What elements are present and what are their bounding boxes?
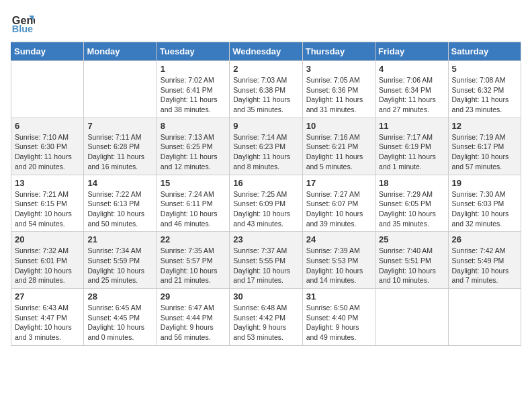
day-number: 24 <box>306 234 371 244</box>
calendar-cell: 12Sunrise: 7:19 AM Sunset: 6:17 PM Dayli… <box>448 118 521 175</box>
day-info: Sunrise: 7:16 AM Sunset: 6:21 PM Dayligh… <box>306 132 371 172</box>
day-number: 22 <box>161 234 226 244</box>
day-info: Sunrise: 7:27 AM Sunset: 6:07 PM Dayligh… <box>306 189 371 229</box>
day-header-saturday: Saturday <box>448 42 521 61</box>
calendar-cell: 23Sunrise: 7:37 AM Sunset: 5:55 PM Dayli… <box>230 232 302 289</box>
day-number: 19 <box>452 178 517 188</box>
day-info: Sunrise: 7:30 AM Sunset: 6:03 PM Dayligh… <box>452 189 517 229</box>
week-row-5: 27Sunrise: 6:43 AM Sunset: 4:47 PM Dayli… <box>11 289 521 346</box>
day-number: 14 <box>87 178 152 188</box>
calendar-cell: 26Sunrise: 7:42 AM Sunset: 5:49 PM Dayli… <box>448 232 521 289</box>
day-info: Sunrise: 7:24 AM Sunset: 6:11 PM Dayligh… <box>161 189 226 229</box>
day-number: 15 <box>161 178 226 188</box>
calendar-cell: 24Sunrise: 7:39 AM Sunset: 5:53 PM Dayli… <box>302 232 375 289</box>
day-info: Sunrise: 7:29 AM Sunset: 6:05 PM Dayligh… <box>379 189 444 229</box>
calendar-cell: 19Sunrise: 7:30 AM Sunset: 6:03 PM Dayli… <box>448 175 521 232</box>
day-info: Sunrise: 6:43 AM Sunset: 4:47 PM Dayligh… <box>15 303 80 342</box>
day-number: 9 <box>233 121 298 131</box>
day-number: 26 <box>452 234 517 244</box>
calendar-cell: 31Sunrise: 6:50 AM Sunset: 4:40 PM Dayli… <box>302 289 375 346</box>
day-number: 4 <box>379 64 444 74</box>
calendar-cell <box>375 289 448 346</box>
day-header-monday: Monday <box>84 42 157 61</box>
day-info: Sunrise: 7:03 AM Sunset: 6:38 PM Dayligh… <box>233 75 298 115</box>
day-header-wednesday: Wednesday <box>230 42 302 61</box>
calendar-cell: 2Sunrise: 7:03 AM Sunset: 6:38 PM Daylig… <box>230 61 302 118</box>
day-number: 8 <box>161 121 226 131</box>
day-info: Sunrise: 6:50 AM Sunset: 4:40 PM Dayligh… <box>306 303 371 342</box>
day-number: 16 <box>233 178 298 188</box>
calendar-cell: 4Sunrise: 7:06 AM Sunset: 6:34 PM Daylig… <box>375 61 448 118</box>
day-header-tuesday: Tuesday <box>157 42 229 61</box>
day-number: 27 <box>15 291 80 302</box>
svg-text:Blue: Blue <box>12 24 33 34</box>
day-number: 20 <box>15 234 80 244</box>
calendar-cell: 13Sunrise: 7:21 AM Sunset: 6:15 PM Dayli… <box>11 175 84 232</box>
calendar-cell: 15Sunrise: 7:24 AM Sunset: 6:11 PM Dayli… <box>157 175 229 232</box>
week-row-2: 6Sunrise: 7:10 AM Sunset: 6:30 PM Daylig… <box>11 118 521 175</box>
calendar-cell: 14Sunrise: 7:22 AM Sunset: 6:13 PM Dayli… <box>84 175 157 232</box>
day-info: Sunrise: 7:21 AM Sunset: 6:15 PM Dayligh… <box>15 189 80 229</box>
day-info: Sunrise: 7:34 AM Sunset: 5:59 PM Dayligh… <box>87 246 152 285</box>
day-info: Sunrise: 7:22 AM Sunset: 6:13 PM Dayligh… <box>87 189 152 229</box>
calendar-cell: 5Sunrise: 7:08 AM Sunset: 6:32 PM Daylig… <box>448 61 521 118</box>
calendar-cell: 28Sunrise: 6:45 AM Sunset: 4:45 PM Dayli… <box>84 289 157 346</box>
calendar-cell: 22Sunrise: 7:35 AM Sunset: 5:57 PM Dayli… <box>157 232 229 289</box>
day-number: 23 <box>233 234 298 244</box>
day-info: Sunrise: 7:11 AM Sunset: 6:28 PM Dayligh… <box>87 132 152 172</box>
day-number: 12 <box>452 121 517 131</box>
calendar-cell <box>448 289 521 346</box>
calendar-cell: 20Sunrise: 7:32 AM Sunset: 6:01 PM Dayli… <box>11 232 84 289</box>
day-number: 21 <box>87 234 152 244</box>
calendar-header-row: SundayMondayTuesdayWednesdayThursdayFrid… <box>11 42 521 61</box>
day-number: 2 <box>233 64 298 74</box>
day-number: 18 <box>379 178 444 188</box>
day-info: Sunrise: 7:05 AM Sunset: 6:36 PM Dayligh… <box>306 75 371 115</box>
calendar-cell: 29Sunrise: 6:47 AM Sunset: 4:44 PM Dayli… <box>157 289 229 346</box>
page-header: General Blue <box>11 11 521 35</box>
calendar-cell <box>84 61 157 118</box>
day-number: 13 <box>15 178 80 188</box>
logo: General Blue <box>11 11 38 35</box>
day-number: 29 <box>161 291 226 302</box>
day-info: Sunrise: 7:37 AM Sunset: 5:55 PM Dayligh… <box>233 246 298 285</box>
day-info: Sunrise: 7:42 AM Sunset: 5:49 PM Dayligh… <box>452 246 517 285</box>
calendar-cell: 3Sunrise: 7:05 AM Sunset: 6:36 PM Daylig… <box>302 61 375 118</box>
calendar-cell: 17Sunrise: 7:27 AM Sunset: 6:07 PM Dayli… <box>302 175 375 232</box>
calendar-table: SundayMondayTuesdayWednesdayThursdayFrid… <box>11 42 521 346</box>
day-header-thursday: Thursday <box>302 42 375 61</box>
calendar-cell: 7Sunrise: 7:11 AM Sunset: 6:28 PM Daylig… <box>84 118 157 175</box>
day-info: Sunrise: 7:39 AM Sunset: 5:53 PM Dayligh… <box>306 246 371 285</box>
day-info: Sunrise: 7:25 AM Sunset: 6:09 PM Dayligh… <box>233 189 298 229</box>
day-number: 11 <box>379 121 444 131</box>
day-number: 5 <box>452 64 517 74</box>
day-info: Sunrise: 7:10 AM Sunset: 6:30 PM Dayligh… <box>15 132 80 172</box>
week-row-1: 1Sunrise: 7:02 AM Sunset: 6:41 PM Daylig… <box>11 61 521 118</box>
calendar-cell: 6Sunrise: 7:10 AM Sunset: 6:30 PM Daylig… <box>11 118 84 175</box>
day-number: 25 <box>379 234 444 244</box>
day-info: Sunrise: 7:14 AM Sunset: 6:23 PM Dayligh… <box>233 132 298 172</box>
day-number: 28 <box>87 291 152 302</box>
day-number: 17 <box>306 178 371 188</box>
calendar-cell: 8Sunrise: 7:13 AM Sunset: 6:25 PM Daylig… <box>157 118 229 175</box>
day-number: 6 <box>15 121 80 131</box>
day-info: Sunrise: 7:02 AM Sunset: 6:41 PM Dayligh… <box>161 75 226 115</box>
day-info: Sunrise: 7:06 AM Sunset: 6:34 PM Dayligh… <box>379 75 444 115</box>
calendar-cell: 18Sunrise: 7:29 AM Sunset: 6:05 PM Dayli… <box>375 175 448 232</box>
calendar-cell: 11Sunrise: 7:17 AM Sunset: 6:19 PM Dayli… <box>375 118 448 175</box>
day-info: Sunrise: 7:40 AM Sunset: 5:51 PM Dayligh… <box>379 246 444 285</box>
calendar-cell: 16Sunrise: 7:25 AM Sunset: 6:09 PM Dayli… <box>230 175 302 232</box>
calendar-cell: 9Sunrise: 7:14 AM Sunset: 6:23 PM Daylig… <box>230 118 302 175</box>
calendar-cell: 30Sunrise: 6:48 AM Sunset: 4:42 PM Dayli… <box>230 289 302 346</box>
day-header-sunday: Sunday <box>11 42 84 61</box>
day-number: 30 <box>233 291 298 302</box>
week-row-3: 13Sunrise: 7:21 AM Sunset: 6:15 PM Dayli… <box>11 175 521 232</box>
day-number: 1 <box>161 64 226 74</box>
calendar-cell <box>11 61 84 118</box>
calendar-cell: 21Sunrise: 7:34 AM Sunset: 5:59 PM Dayli… <box>84 232 157 289</box>
day-number: 10 <box>306 121 371 131</box>
day-info: Sunrise: 7:17 AM Sunset: 6:19 PM Dayligh… <box>379 132 444 172</box>
logo-icon: General Blue <box>11 11 35 35</box>
calendar-cell: 25Sunrise: 7:40 AM Sunset: 5:51 PM Dayli… <box>375 232 448 289</box>
day-info: Sunrise: 7:19 AM Sunset: 6:17 PM Dayligh… <box>452 132 517 172</box>
